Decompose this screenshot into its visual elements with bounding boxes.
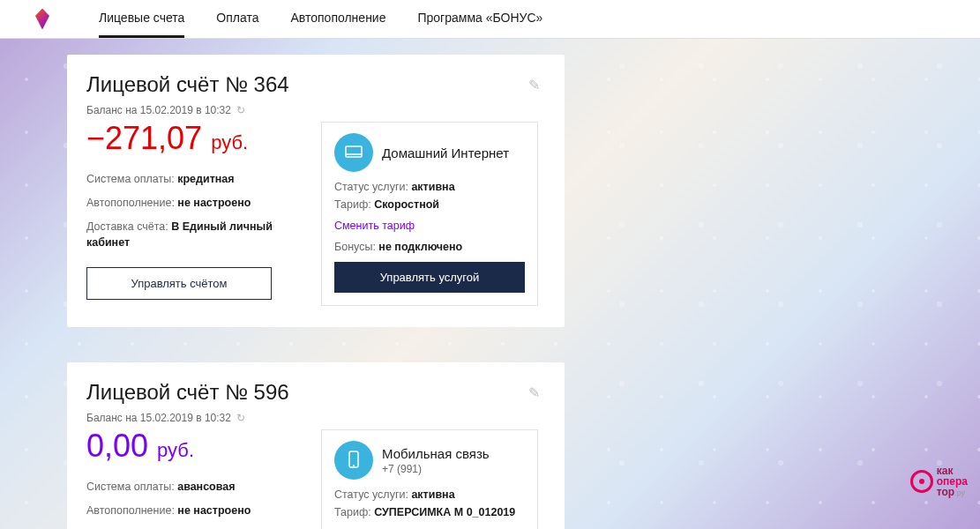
- service-status: Статус услуги: активна: [334, 488, 525, 501]
- logo-icon: [35, 9, 49, 30]
- nav-autopay[interactable]: Автопополнение: [291, 0, 386, 38]
- bill-delivery: Доставка счёта: В Единый личный кабинет: [86, 526, 298, 530]
- watermark: как опера тор.ру: [910, 466, 968, 497]
- change-tariff-link[interactable]: Сменить тариф: [334, 220, 415, 232]
- phone-icon: [334, 441, 373, 480]
- account-title: Лицевой счёт № 596: [86, 380, 289, 405]
- service-card: Домашний Интернет Статус услуги: активна…: [321, 122, 538, 306]
- auto-pay: Автопополнение: не настроено: [86, 503, 298, 519]
- account-card: Лицевой счёт № 596 ✎ Баланс на 15.02.201…: [67, 362, 565, 529]
- balance-date: Баланс на 15.02.2019 в 10:32: [86, 412, 231, 424]
- service-bonus: Бонусы: не подключено: [334, 241, 525, 253]
- pay-system: Система оплаты: авансовая: [86, 479, 298, 495]
- manage-service-button[interactable]: Управлять услугой: [334, 262, 525, 293]
- balance-amount: 0,00 руб.: [86, 428, 298, 465]
- watermark-icon: [910, 470, 933, 493]
- edit-icon[interactable]: ✎: [528, 384, 540, 401]
- balance-date: Баланс на 15.02.2019 в 10:32: [86, 104, 231, 116]
- top-nav: Лицевые счета Оплата Автопополнение Прог…: [0, 0, 980, 39]
- service-phone: +7 (991): [382, 463, 490, 475]
- bill-delivery: Доставка счёта: В Единый личный кабинет: [86, 219, 298, 252]
- service-card: Мобильная связь +7 (991) Статус услуги: …: [321, 429, 538, 529]
- account-card: Лицевой счёт № 364 ✎ Баланс на 15.02.201…: [67, 55, 565, 327]
- nav-payment[interactable]: Оплата: [216, 0, 258, 38]
- nav-bonus[interactable]: Программа «БОНУС»: [417, 0, 542, 38]
- service-tariff: Тариф: СУПЕРСИМКА M 0_012019: [334, 506, 525, 518]
- service-tariff: Тариф: Скоростной: [334, 198, 525, 211]
- manage-account-button[interactable]: Управлять счётом: [86, 267, 272, 300]
- nav-accounts[interactable]: Лицевые счета: [99, 0, 184, 38]
- service-name: Мобильная связь: [382, 446, 490, 461]
- balance-amount: −271,07 руб.: [86, 120, 298, 157]
- edit-icon[interactable]: ✎: [528, 77, 540, 93]
- account-title: Лицевой счёт № 364: [86, 72, 289, 97]
- monitor-icon: [334, 133, 373, 172]
- svg-rect-0: [346, 146, 362, 157]
- auto-pay: Автопополнение: не настроено: [86, 195, 298, 212]
- service-name: Домашний Интернет: [382, 145, 509, 160]
- refresh-icon[interactable]: ↻: [236, 412, 245, 424]
- service-status: Статус услуги: активна: [334, 181, 525, 193]
- pay-system: Система оплаты: кредитная: [86, 171, 298, 188]
- refresh-icon[interactable]: ↻: [236, 104, 245, 116]
